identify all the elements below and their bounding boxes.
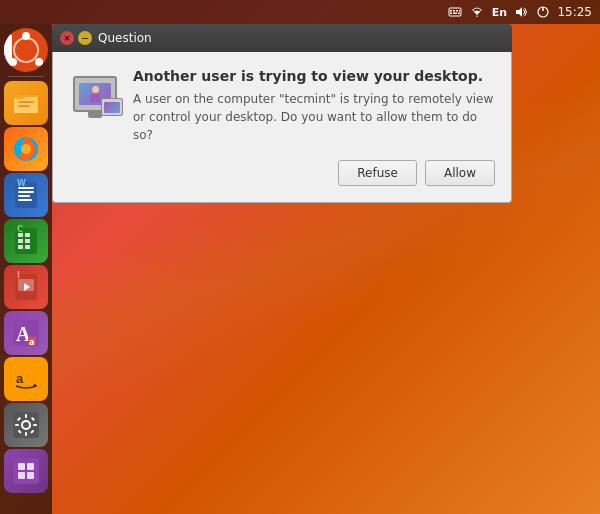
sidebar-item-files[interactable]	[4, 81, 48, 125]
svg-rect-26	[25, 233, 30, 237]
sidebar-item-amazon[interactable]: a	[4, 357, 48, 401]
svg-rect-13	[14, 95, 24, 99]
dialog-close-button[interactable]: ×	[60, 31, 74, 45]
power-icon[interactable]	[535, 4, 551, 20]
dialog-content: Another user is trying to view your desk…	[69, 68, 495, 144]
top-panel: En 15:25	[0, 0, 600, 24]
svg-rect-15	[18, 105, 30, 107]
svg-rect-20	[18, 191, 34, 193]
en-icon: En	[491, 4, 507, 20]
monitor-person	[89, 86, 101, 102]
launcher-separator	[8, 76, 44, 77]
person-head	[92, 86, 99, 93]
sidebar-item-firefox[interactable]	[4, 127, 48, 171]
svg-rect-44	[25, 414, 27, 418]
network-icon	[469, 4, 485, 20]
svg-text:W: W	[17, 179, 26, 188]
dialog-text-area: Another user is trying to view your desk…	[133, 68, 495, 144]
person-body	[90, 94, 100, 102]
launcher: W C I	[0, 24, 52, 514]
dialog-minimize-button[interactable]: −	[78, 31, 92, 45]
svg-rect-3	[456, 10, 458, 12]
refuse-button[interactable]: Refuse	[338, 160, 417, 186]
dialog-icon-area	[69, 68, 121, 120]
svg-rect-46	[15, 424, 19, 426]
svg-rect-4	[459, 10, 460, 12]
sidebar-item-calc[interactable]: C	[4, 219, 48, 263]
svg-rect-29	[18, 245, 23, 249]
dialog-body: Another user is trying to view your desk…	[52, 52, 512, 203]
svg-rect-7	[458, 13, 460, 15]
svg-rect-1	[450, 10, 452, 12]
svg-point-17	[21, 144, 31, 154]
svg-text:I: I	[17, 271, 20, 280]
svg-rect-2	[453, 10, 455, 12]
sidebar-item-font[interactable]: A a	[4, 311, 48, 355]
svg-text:a: a	[16, 371, 24, 386]
dialog-main-text: Another user is trying to view your desk…	[133, 68, 495, 84]
svg-text:C: C	[17, 225, 23, 234]
sidebar-item-writer[interactable]: W	[4, 173, 48, 217]
dialog-sub-text: A user on the computer "tecmint" is tryi…	[133, 90, 495, 144]
svg-rect-45	[25, 432, 27, 436]
panel-icons: En 15:25	[447, 4, 592, 20]
svg-rect-52	[13, 458, 39, 484]
svg-rect-55	[18, 472, 25, 479]
svg-rect-28	[25, 239, 30, 243]
svg-rect-54	[27, 463, 34, 470]
sidebar-item-settings[interactable]	[4, 403, 48, 447]
svg-rect-0	[449, 8, 461, 16]
allow-button[interactable]: Allow	[425, 160, 495, 186]
svg-rect-47	[33, 424, 37, 426]
titlebar-buttons: × −	[60, 31, 92, 45]
svg-marker-8	[516, 7, 522, 17]
svg-rect-30	[25, 245, 30, 249]
volume-icon	[513, 4, 529, 20]
keyboard-icon	[447, 4, 463, 20]
dialog-titlebar: × − Question	[52, 24, 512, 52]
svg-rect-6	[453, 13, 457, 15]
desktop: En 15:25	[0, 0, 600, 514]
sidebar-item-impress[interactable]: I	[4, 265, 48, 309]
dialog-buttons: Refuse Allow	[69, 160, 495, 186]
dialog-title: Question	[98, 31, 504, 45]
sidebar-item-ubuntu[interactable]	[4, 28, 48, 72]
sidebar-item-bottom-app[interactable]	[4, 449, 48, 493]
svg-rect-14	[18, 101, 34, 103]
dialog-wrapper: × − Question	[52, 24, 512, 203]
svg-rect-21	[18, 195, 30, 197]
svg-text:a: a	[29, 338, 34, 347]
svg-rect-27	[18, 239, 23, 243]
svg-rect-5	[450, 13, 452, 15]
svg-rect-22	[18, 199, 32, 201]
svg-rect-53	[18, 463, 25, 470]
svg-rect-56	[27, 472, 34, 479]
panel-time: 15:25	[557, 5, 592, 19]
